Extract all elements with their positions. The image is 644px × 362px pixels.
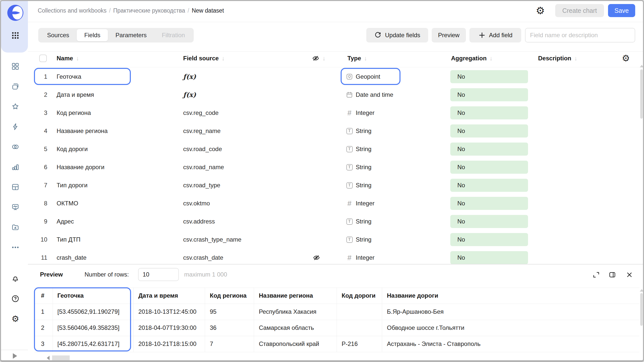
- tab-fields[interactable]: Fields: [77, 29, 108, 41]
- preview-header-cell[interactable]: Код дороги: [342, 288, 376, 304]
- type-cell[interactable]: Geopoint: [356, 68, 380, 86]
- header-divider: [28, 22, 643, 22]
- field-source-cell: csv.crash_date: [183, 249, 223, 264]
- field-source-cell: csv.oktmo: [183, 194, 210, 212]
- breadcrumb-workbook[interactable]: Практические руководства: [113, 7, 185, 14]
- add-field-button[interactable]: Add field: [469, 28, 521, 42]
- datalens-logo[interactable]: [7, 5, 24, 21]
- preview-cell: Самарская область: [259, 320, 314, 336]
- aggregation-select[interactable]: No: [450, 143, 528, 156]
- scroll-up-arrow-icon[interactable]: [640, 65, 644, 67]
- preview-cell: Обводное шоссе г.Тольятти: [387, 320, 464, 336]
- preview-cell: 2018-10-21T18:15:00: [138, 336, 196, 352]
- apps-grid-icon[interactable]: [11, 31, 20, 40]
- field-row: 10Тип ДТПcsv.crash_type_nameTStringNo: [1, 231, 644, 249]
- scroll-up-arrow-icon[interactable]: [640, 289, 644, 292]
- save-button[interactable]: Save: [608, 4, 635, 17]
- create-chart-button[interactable]: Create chart: [555, 4, 604, 17]
- row-number: 1: [36, 68, 47, 86]
- update-fields-button[interactable]: Update fields: [366, 28, 428, 42]
- field-name-cell[interactable]: crash_date: [57, 249, 87, 264]
- aggregation-select[interactable]: No: [450, 88, 528, 101]
- field-name-cell[interactable]: Код региона: [57, 104, 91, 122]
- field-name-cell[interactable]: Код дороги: [57, 140, 88, 158]
- aggregation-select[interactable]: No: [450, 215, 528, 228]
- row-number: 9: [36, 212, 47, 231]
- row-number: 10: [36, 231, 47, 249]
- row-number: 3: [36, 104, 47, 122]
- breadcrumb: Collections and workbooks / Практические…: [38, 6, 224, 16]
- maximum-rows-hint: maximum 1 000: [184, 268, 227, 281]
- type-cell[interactable]: Integer: [356, 249, 375, 264]
- plus-icon: [478, 31, 486, 39]
- row-number: 4: [36, 122, 47, 140]
- field-name-cell[interactable]: Геоточка: [57, 68, 81, 86]
- aggregation-select[interactable]: No: [450, 106, 528, 119]
- preview-header-cell[interactable]: Код региона: [210, 288, 247, 304]
- type-cell[interactable]: String: [356, 176, 372, 194]
- preview-cell: Астрахань - Элиста - Ставрополь: [387, 336, 480, 352]
- aggregation-select[interactable]: No: [450, 233, 528, 246]
- settings-icon[interactable]: ⚙: [11, 314, 20, 323]
- aggregation-select[interactable]: No: [450, 197, 528, 210]
- scroll-left-arrow-icon[interactable]: [47, 356, 50, 360]
- highlight-geopoint-column-box: [34, 287, 131, 351]
- notifications-bell-icon[interactable]: [11, 274, 20, 283]
- fields-scrollbar-thumb[interactable]: [640, 69, 643, 119]
- rows-count-input[interactable]: [138, 268, 179, 281]
- field-name-cell[interactable]: Адрес: [57, 212, 74, 231]
- dock-panel-icon[interactable]: [608, 271, 616, 279]
- tab-filtration: Filtration: [154, 29, 192, 41]
- aggregation-select[interactable]: No: [450, 251, 528, 264]
- field-row: 6Название дорогиcsv.road_nameTStringNo: [1, 158, 644, 176]
- field-source-cell: csv.road_name: [183, 158, 224, 176]
- field-name-cell[interactable]: Тип ДТП: [57, 231, 80, 249]
- help-icon[interactable]: [11, 294, 20, 303]
- type-cell[interactable]: Integer: [356, 104, 375, 122]
- type-cell[interactable]: String: [356, 140, 372, 158]
- tab-sources[interactable]: Sources: [39, 29, 77, 41]
- expand-sidebar-icon[interactable]: [13, 353, 17, 359]
- string-type-icon: T: [345, 231, 354, 249]
- field-source-cell: csv.road_type: [183, 176, 220, 194]
- preview-cell: 2018-10-13T12:45:00: [138, 304, 196, 320]
- close-preview-icon[interactable]: [625, 271, 633, 279]
- field-name-cell[interactable]: Дата и время: [57, 86, 94, 104]
- string-type-icon: T: [345, 176, 354, 194]
- type-cell[interactable]: Integer: [356, 194, 375, 212]
- type-cell[interactable]: Date and time: [356, 86, 393, 104]
- preview-header-cell[interactable]: Дата и время: [138, 288, 178, 304]
- expand-preview-icon[interactable]: [592, 271, 600, 279]
- tab-parameters[interactable]: Parameters: [108, 29, 154, 41]
- type-cell[interactable]: String: [356, 122, 372, 140]
- field-name-cell[interactable]: Название дороги: [57, 158, 104, 176]
- field-search-input[interactable]: [525, 28, 635, 42]
- horizontal-scrollbar-thumb[interactable]: [52, 355, 70, 361]
- field-name-cell[interactable]: Название региона: [57, 122, 108, 140]
- type-cell[interactable]: String: [356, 158, 372, 176]
- aggregation-select[interactable]: No: [450, 124, 528, 138]
- preview-scrollbar-thumb[interactable]: [640, 293, 643, 326]
- string-type-icon: T: [345, 122, 354, 140]
- preview-row-divider: [34, 352, 639, 352]
- aggregation-select[interactable]: No: [450, 179, 528, 192]
- type-cell[interactable]: String: [356, 231, 372, 249]
- preview-header-cell[interactable]: Название региона: [259, 288, 313, 304]
- field-source-cell: csv.address: [183, 212, 215, 231]
- preview-header-cell[interactable]: Название дороги: [387, 288, 438, 304]
- type-cell[interactable]: String: [356, 212, 372, 231]
- formula-icon: ƒ(x): [183, 68, 196, 86]
- field-row: 5Код дорогиcsv.road_codeTStringNo: [1, 140, 644, 158]
- number-of-rows-label: Number of rows:: [85, 268, 129, 281]
- field-name-cell[interactable]: Тип дороги: [57, 176, 88, 194]
- aggregation-select[interactable]: No: [450, 70, 528, 83]
- visibility-off-icon[interactable]: [311, 249, 321, 264]
- preview-button[interactable]: Preview: [432, 28, 466, 42]
- breadcrumb-collections[interactable]: Collections and workbooks: [38, 7, 107, 14]
- aggregation-select[interactable]: No: [450, 161, 528, 174]
- row-number: 6: [36, 158, 47, 176]
- field-name-cell[interactable]: ОКТМО: [57, 194, 78, 212]
- integer-type-icon: #: [345, 194, 354, 212]
- integer-type-icon: #: [345, 249, 354, 264]
- dataset-settings-gear-icon[interactable]: ⚙: [535, 5, 546, 17]
